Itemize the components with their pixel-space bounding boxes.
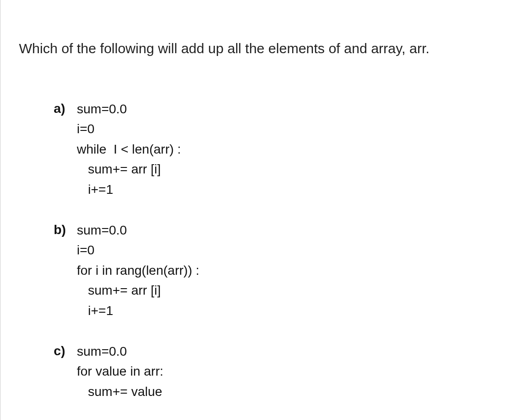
code-line: i+=1 xyxy=(77,301,200,321)
option-a: a) sum=0.0 i=0 while I < len(arr) : sum+… xyxy=(54,99,519,199)
code-line: sum+= value xyxy=(77,382,163,401)
code-line: for value in arr: xyxy=(77,361,163,381)
code-line: i=0 xyxy=(77,240,200,260)
code-line: i+=1 xyxy=(77,179,181,199)
code-line: sum=0.0 xyxy=(77,99,181,119)
code-line: for i in rang(len(arr)) : xyxy=(77,260,200,280)
question-text: Which of the following will add up all t… xyxy=(0,0,519,57)
code-line: while I < len(arr) : xyxy=(77,139,181,159)
option-a-body: sum=0.0 i=0 while I < len(arr) : sum+= a… xyxy=(77,99,181,199)
code-line: sum=0.0 xyxy=(77,341,163,361)
page: Which of the following will add up all t… xyxy=(0,0,519,420)
option-a-label: a) xyxy=(54,99,77,118)
options-list: a) sum=0.0 i=0 while I < len(arr) : sum+… xyxy=(0,57,519,401)
option-b-body: sum=0.0 i=0 for i in rang(len(arr)) : su… xyxy=(77,220,200,321)
option-b: b) sum=0.0 i=0 for i in rang(len(arr)) :… xyxy=(54,220,519,321)
option-c-label: c) xyxy=(54,341,77,361)
code-line: sum+= arr [i] xyxy=(77,159,181,179)
code-line: sum+= arr [i] xyxy=(77,280,200,300)
code-line: i=0 xyxy=(77,119,181,139)
option-c-body: sum=0.0 for value in arr: sum+= value xyxy=(77,341,163,401)
code-line: sum=0.0 xyxy=(77,220,200,240)
option-c: c) sum=0.0 for value in arr: sum+= value xyxy=(54,341,519,401)
option-b-label: b) xyxy=(54,220,77,240)
